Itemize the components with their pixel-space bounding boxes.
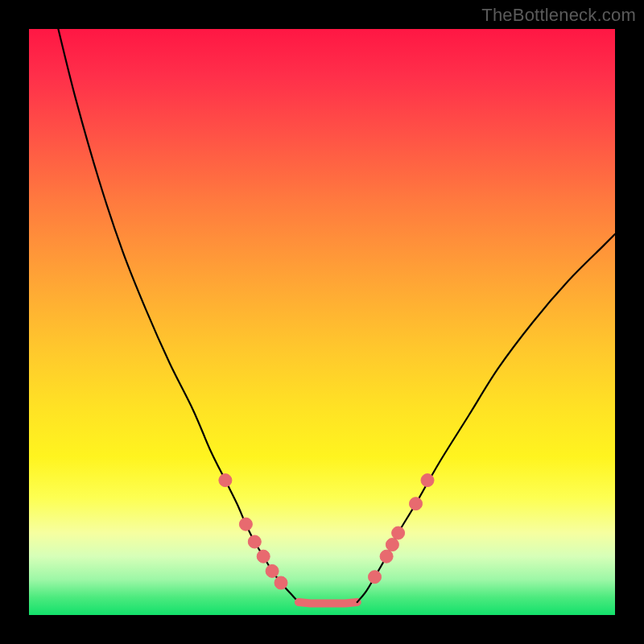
data-marker [248,535,261,548]
marker-group [219,474,434,589]
curve-flat-bottom [299,602,357,603]
data-marker [386,539,398,551]
data-marker [392,526,405,539]
data-marker [266,564,279,577]
data-marker [380,550,393,563]
watermark-text: TheBottleneck.com [481,5,636,26]
data-marker [219,474,232,487]
data-marker [410,497,423,510]
data-marker [239,518,252,530]
data-marker [257,550,270,563]
curve-layer [29,29,615,615]
curve-left-branch [58,29,299,602]
data-marker [275,576,287,589]
data-marker [369,571,382,584]
chart-stage: TheBottleneck.com [0,0,644,644]
plot-area [29,29,615,615]
data-marker [421,474,434,487]
